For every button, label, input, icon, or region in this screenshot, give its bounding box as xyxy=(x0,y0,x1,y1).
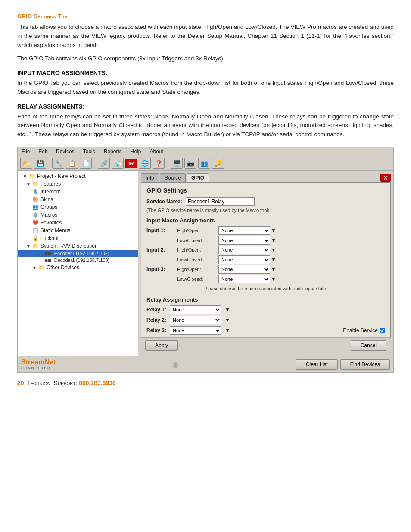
gpio-heading-section: GPIO Settings Tab This tab allows you to… xyxy=(17,13,394,63)
tree-favorites[interactable]: ❤️ Favorites xyxy=(18,219,138,227)
decoder1-label: Decoder1 (192.168.7.103) xyxy=(54,258,109,263)
connected-text: CONNECTED xyxy=(21,366,56,370)
cancel-button[interactable]: Cancel xyxy=(351,340,386,351)
relay1-select[interactable]: NoneNormally OpenNormally Closed xyxy=(170,305,221,314)
tree-groups[interactable]: 👥 Groups xyxy=(18,203,138,211)
relay3-row: Relay 3: NoneNormally OpenNormally Close… xyxy=(146,326,385,335)
tab-info[interactable]: Info xyxy=(141,173,159,182)
tab-close-button[interactable]: X xyxy=(380,174,391,182)
tree-panel: ▼ 📁 Project - New Project ▼ 📁 Features 🎙… xyxy=(18,171,138,356)
tree-encoder1[interactable]: ◼◼! Encoder1 (192.168.7.102) xyxy=(18,250,138,257)
input3-low-select[interactable]: NoneMacro 1Macro 2 xyxy=(218,275,270,283)
tree-other-devices[interactable]: ▼ 📁 Other Devices xyxy=(18,264,138,271)
toolbar-btn3[interactable]: 📄 xyxy=(80,158,92,169)
tree-system[interactable]: ▼ 📁 System - A/V Distribution xyxy=(18,242,138,250)
tree-skins[interactable]: 🎨 Skins xyxy=(18,196,138,203)
input2-low-select[interactable]: NoneMacro 1Macro 2 xyxy=(218,255,270,264)
input3-row: Input 3: High/Open: NoneMacro 1Macro 2 ▼… xyxy=(146,265,385,283)
tabs-row: Info Source GPIO xyxy=(141,173,209,182)
groups-label: Groups xyxy=(40,204,57,210)
input2-low-dropdown-wrap: NoneMacro 1Macro 2 ▼ xyxy=(218,255,385,264)
tab-gpio[interactable]: GPIO xyxy=(187,173,209,182)
intercom-label: Intercom xyxy=(40,189,61,195)
input1-high-select[interactable]: NoneMacro 1Macro 2 xyxy=(218,226,270,235)
toolbar-btn1[interactable]: 🔧 xyxy=(52,158,64,169)
relay2-select[interactable]: NoneNormally OpenNormally Closed xyxy=(170,316,221,324)
tech-support-text: Technical Support: xyxy=(27,380,78,386)
menu-edit[interactable]: Edit xyxy=(37,148,49,155)
input3-low-dropdown-wrap: NoneMacro 1Macro 2 ▼ xyxy=(218,275,385,283)
other-devices-label: Other Devices xyxy=(47,264,79,271)
input2-row: Input 2: High/Open: NoneMacro 1Macro 2 ▼… xyxy=(146,246,385,264)
toolbar-btn4[interactable]: 🔗 xyxy=(98,158,110,169)
tree-lockout[interactable]: 🔒 Lockout xyxy=(18,234,138,242)
apply-cancel-row: Apply Cancel xyxy=(141,337,391,353)
tree-decoder1[interactable]: ◼◼! Decoder1 (192.168.7.103) xyxy=(18,257,138,264)
tree-intercom[interactable]: 🎙️ Intercom xyxy=(18,188,138,196)
macros-label: Macros xyxy=(40,212,57,218)
groups-icon: 👥 xyxy=(32,204,39,210)
favorites-label: Favorites xyxy=(40,220,62,226)
input2-high-label: High/Open: xyxy=(177,247,216,252)
menubar: File Edit Devices Tools Reports Help Abo… xyxy=(18,147,393,156)
features-label: Features xyxy=(40,181,61,187)
tree-features[interactable]: ▼ 📁 Features xyxy=(18,180,138,188)
toolbar-help-btn[interactable]: ❓ xyxy=(153,158,165,169)
tree-macros[interactable]: ⚙️ Macros xyxy=(18,211,138,219)
tab-source[interactable]: Source xyxy=(160,173,186,182)
input1-row: Input 1: High/Open: NoneMacro 1Macro 2 ▼… xyxy=(146,226,385,245)
toolbar-btn10[interactable]: 🔑 xyxy=(212,158,224,169)
favorites-icon: ❤️ xyxy=(32,220,39,226)
relay-section-box: Relay Assignments Relay 1: NoneNormally … xyxy=(146,296,385,335)
input1-low-select[interactable]: NoneMacro 1Macro 2 xyxy=(218,236,270,245)
relay3-select[interactable]: NoneNormally OpenNormally Closed xyxy=(170,326,221,335)
relay-heading: RELAY ASSIGNMENTS: xyxy=(17,103,394,110)
macros-icon: ⚙️ xyxy=(32,212,39,218)
menu-tools[interactable]: Tools xyxy=(82,148,97,155)
menu-file[interactable]: File xyxy=(20,148,31,155)
enable-service-checkbox[interactable] xyxy=(380,328,385,333)
toolbar-ir-btn[interactable]: IR xyxy=(125,159,137,168)
input-macro-box: Input Macro Assignments Input 1: High/Op… xyxy=(146,217,385,291)
arrow-system: ▼ xyxy=(26,244,31,249)
detail-panel: Info Source GPIO X GPIO Settings Service… xyxy=(138,171,393,356)
service-name-input[interactable] xyxy=(186,197,255,206)
input1-high-label: High/Open: xyxy=(177,228,216,233)
toolbar-open-btn[interactable]: 📂 xyxy=(20,158,32,169)
app-window: File Edit Devices Tools Reports Help Abo… xyxy=(17,147,394,373)
tree-project[interactable]: ▼ 📁 Project - New Project xyxy=(18,172,138,180)
menu-devices[interactable]: Devices xyxy=(55,148,76,155)
project-icon: 📁 xyxy=(29,173,35,179)
toolbar-save-btn[interactable]: 💾 xyxy=(34,158,46,169)
toolbar-btn9[interactable]: 👥 xyxy=(198,158,210,169)
menu-reports[interactable]: Reports xyxy=(103,148,123,155)
clear-list-button[interactable]: Clear List xyxy=(296,359,338,370)
input3-high-select[interactable]: NoneMacro 1Macro 2 xyxy=(218,265,270,274)
tree-static-menus[interactable]: 📋 Static Menus xyxy=(18,227,138,234)
input-macro-section: INPUT MACRO ASSIGNMENTS: In the GPIO Tab… xyxy=(17,69,394,97)
system-label: System - A/V Distribution xyxy=(40,243,98,249)
menu-about[interactable]: About xyxy=(148,148,164,155)
tech-support-number: 800.283.5936 xyxy=(79,380,116,386)
toolbar-btn2[interactable]: 📋 xyxy=(66,158,78,169)
input2-low-arrow: ▼ xyxy=(271,257,276,263)
menu-help[interactable]: Help xyxy=(129,148,143,155)
app-body: ▼ 📁 Project - New Project ▼ 📁 Features 🎙… xyxy=(18,171,393,356)
toolbar-btn7[interactable]: 🖥️ xyxy=(171,158,183,169)
project-label: Project - New Project xyxy=(37,173,86,179)
relay-section: RELAY ASSIGNMENTS: Each of the three rel… xyxy=(17,103,394,140)
find-devices-button[interactable]: Find Devices xyxy=(340,359,390,370)
page-number: 20 xyxy=(17,380,24,386)
toolbar-btn8[interactable]: 📷 xyxy=(184,158,196,169)
toolbar-btn5[interactable]: 📡 xyxy=(112,158,124,169)
arrow-other: ▼ xyxy=(32,265,37,270)
encoder1-icon: ◼◼! xyxy=(44,251,53,256)
input2-high-dropdown-wrap: NoneMacro 1Macro 2 ▼ xyxy=(218,246,385,254)
input1-label: Input 1: xyxy=(146,227,174,233)
apply-button[interactable]: Apply xyxy=(145,340,178,351)
relay2-label: Relay 2: xyxy=(146,317,166,323)
macro-hint-text: Please choose the macro associated with … xyxy=(146,286,385,291)
system-icon: 📁 xyxy=(32,243,39,249)
toolbar-btn6[interactable]: 🌐 xyxy=(139,158,151,169)
input2-high-select[interactable]: NoneMacro 1Macro 2 xyxy=(218,246,270,254)
